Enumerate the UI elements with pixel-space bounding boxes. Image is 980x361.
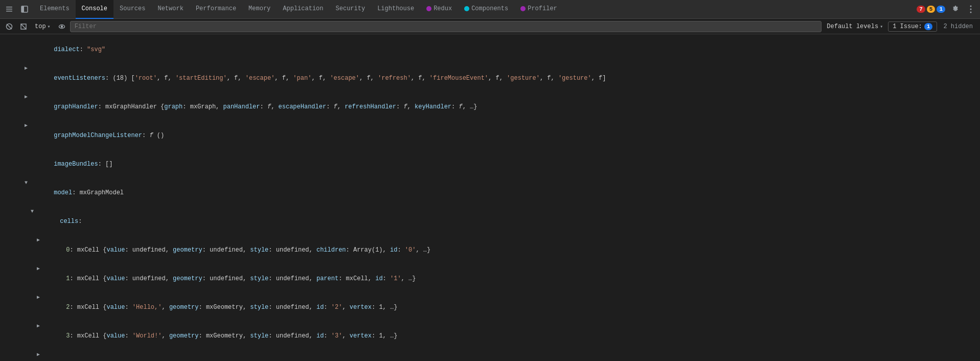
svg-point-6 — [970, 9, 972, 10]
error-badge-group[interactable]: 7 5 1 — [917, 6, 945, 13]
error-count: 7 — [917, 6, 925, 13]
tab-network[interactable]: Network — [151, 0, 189, 19]
tab-console[interactable]: Console — [76, 0, 113, 19]
issues-button[interactable]: 1 Issue: 1 — [888, 21, 937, 32]
log-levels-selector[interactable]: Default levels ▾ — [824, 22, 886, 31]
tab-performance[interactable]: Performance — [190, 0, 242, 19]
console-line: 2: mxCell {value: 'Hello,', geometry: mx… — [0, 293, 980, 322]
log-levels-label: Default levels — [827, 23, 878, 30]
svg-rect-1 — [6, 9, 12, 10]
svg-rect-0 — [6, 7, 12, 8]
eye-icon[interactable] — [56, 20, 68, 33]
tab-security[interactable]: Security — [330, 0, 372, 19]
log-levels-chevron: ▾ — [880, 24, 883, 30]
settings-icon[interactable] — [948, 2, 963, 16]
hidden-count-label: 2 hidden — [939, 22, 977, 31]
issue-label: 1 Issue: — [893, 23, 922, 30]
svg-point-7 — [970, 12, 972, 13]
right-icons: 7 5 1 — [917, 2, 978, 16]
tab-bar: Elements Console Sources Network Perform… — [0, 0, 980, 19]
info-count: 1 — [937, 6, 945, 13]
console-line: cells: — [0, 207, 980, 236]
tab-elements[interactable]: Elements — [34, 0, 76, 19]
tab-lighthouse[interactable]: Lighthouse — [371, 0, 420, 19]
preserve-log-button[interactable] — [17, 20, 30, 33]
console-line: imageBundles: [] — [0, 150, 980, 178]
tab-components[interactable]: Components — [458, 0, 514, 19]
svg-rect-4 — [21, 6, 24, 12]
redux-ext-dot — [426, 6, 431, 11]
devtools-menu-icon[interactable] — [2, 2, 16, 16]
console-line: graphModelChangeListener: f () — [0, 121, 980, 150]
warning-count: 5 — [927, 6, 936, 13]
console-line: dialect: "svg" — [0, 35, 980, 64]
console-line: 4: mxCell {value: '', geometry: mxGeomet… — [0, 350, 980, 361]
console-line: 0: mxCell {value: undefined, geometry: u… — [0, 236, 980, 264]
tab-redux[interactable]: Redux — [420, 0, 458, 19]
components-ext-dot — [464, 6, 469, 11]
more-options-icon[interactable] — [964, 2, 978, 16]
console-line: 1: mxCell {value: undefined, geometry: u… — [0, 264, 980, 293]
issue-badge-count: 1 — [924, 23, 933, 30]
console-line: eventListeners: (18) ['root', f, 'startE… — [0, 64, 980, 93]
console-content: dialect: "svg" eventListeners: (18) ['ro… — [0, 34, 980, 361]
context-chevron: ▾ — [48, 24, 51, 30]
svg-point-5 — [970, 6, 972, 7]
tab-memory[interactable]: Memory — [242, 0, 277, 19]
svg-point-12 — [61, 26, 62, 27]
context-selector[interactable]: top ▾ — [32, 22, 54, 31]
console-line: 3: mxCell {value: 'World!', geometry: mx… — [0, 322, 980, 350]
console-line: model: mxGraphModel — [0, 178, 980, 207]
context-value: top — [35, 23, 46, 30]
tab-sources[interactable]: Sources — [113, 0, 151, 19]
console-line: graphHandler: mxGraphHandler {graph: mxG… — [0, 93, 980, 121]
console-toolbar: top ▾ Default levels ▾ 1 Issue: 1 2 hidd… — [0, 19, 980, 34]
clear-console-button[interactable] — [3, 20, 15, 33]
tab-profiler[interactable]: Profiler — [514, 0, 563, 19]
svg-rect-2 — [6, 11, 12, 12]
tab-application[interactable]: Application — [277, 0, 329, 19]
profiler-ext-dot — [520, 6, 526, 11]
svg-line-10 — [21, 24, 26, 29]
filter-input[interactable] — [70, 21, 822, 32]
devtools-toolbar — [2, 2, 32, 16]
dock-icon[interactable] — [17, 2, 32, 16]
